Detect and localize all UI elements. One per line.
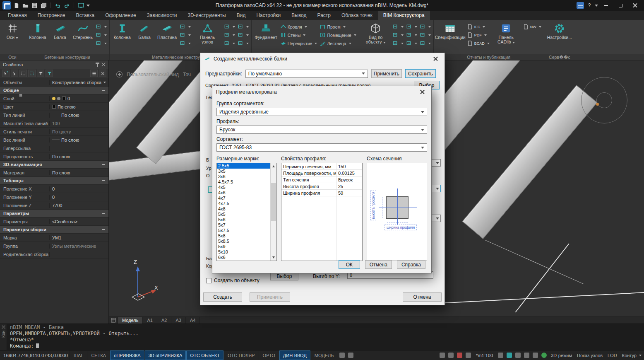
size-mark-item[interactable]: 4x5 [217,185,270,190]
pen-icon[interactable] [348,353,353,358]
property-row-Положение X[interactable]: Положение X0 [0,185,108,193]
property-row-Параметры[interactable]: Параметры<Свойства> [0,217,108,226]
create-button[interactable]: Создать [203,292,242,302]
ribbon-tab-BIM Конструктора[interactable]: BIM Конструктора [378,11,430,20]
ribbon-tab-Растр[interactable]: Растр [312,11,336,20]
property-value[interactable]: По цвету [50,129,108,134]
close-icon[interactable] [417,88,428,96]
sheet-grid-icon[interactable] [109,317,118,324]
keyboard-icon[interactable] [339,353,345,358]
small-tool-button[interactable] [419,31,432,39]
ok-button[interactable]: ОК [339,260,360,269]
bulb-icon[interactable] [52,97,55,100]
ribbon-button-Пластина[interactable]: Пластина [156,22,178,40]
small-tool-button[interactable] [405,40,418,47]
ribbon-tab-Построение[interactable]: Построение [32,11,71,20]
scroll-down-icon[interactable] [271,254,276,261]
lod-label[interactable]: LOD [608,353,617,358]
size-mark-item[interactable]: 4.5x7.5 [217,179,270,185]
small-tool-button[interactable] [237,23,250,30]
help-button[interactable]: Справка [397,260,425,269]
marquee-cross-button[interactable] [28,70,36,77]
size-mark-item[interactable]: 4x7.5 [217,201,270,206]
select-button[interactable] [11,70,18,77]
property-value[interactable]: Конструктивная сборка [50,80,108,85]
collapse-icon[interactable] [102,180,105,181]
list-view-button[interactable] [90,70,98,77]
profile-select[interactable]: Брусок [216,126,427,134]
close-icon[interactable] [101,63,106,67]
contour-label[interactable]: Контур [622,353,637,358]
properties-section-Общие[interactable]: Общие [0,87,108,94]
size-mark-item[interactable]: 5x8.5 [217,239,270,244]
ribbon-tab-3D-инструменты[interactable]: 3D-инструменты [182,11,231,20]
property-row-Гиперссылка[interactable]: Гиперссылка [0,144,108,152]
model-line[interactable] [438,292,644,304]
status-toggle-ШАГ[interactable]: ШАГ [70,350,87,360]
quick-filter-button[interactable] [46,70,53,77]
close-button[interactable] [628,1,642,10]
3d-mode-label[interactable]: 3D-режим [551,353,572,358]
property-value[interactable]: По слою [50,113,108,118]
size-mark-item[interactable]: 5x6 [217,217,270,222]
profile-property-row[interactable]: Периметр сечения, мм150 [281,163,362,170]
linetype-sample[interactable] [52,115,60,115]
property-value[interactable]: Узлы металлические [50,244,108,249]
redo-icon[interactable] [63,2,70,9]
clear-button[interactable] [99,70,106,77]
property-row-Марка[interactable]: МаркаУМ1 [0,234,108,242]
ribbon-button-Панель узлов[interactable]: Панель узлов [192,22,222,44]
property-row-Материал[interactable]: МатериалПо слою [0,169,108,177]
size-mark-item[interactable]: 6x6 [217,255,270,260]
refresh-icon[interactable] [533,353,538,358]
zoom-window-icon[interactable] [515,353,521,358]
view-plus-icon[interactable] [116,71,123,77]
ribbon-button-Стержень[interactable]: Стержень [72,22,94,40]
size-marks-list[interactable]: 2.5x53x53x64.5x7.54x54x64x74x7.54x85x55x… [216,163,277,261]
ribbon-tab-Облака точек[interactable]: Облака точек [336,11,378,20]
apply-button[interactable]: Применить [371,69,402,78]
property-row-Вес линий[interactable]: Вес линийПо слою [0,136,108,144]
status-toggle-ДИН-ВВОД[interactable]: ДИН-ВВОД [279,350,310,360]
size-mark-item[interactable]: 5x7.5 [217,228,270,233]
status-toggle-МОДЕЛЬ[interactable]: МОДЕЛЬ [310,350,338,360]
property-value[interactable]: По слою [50,154,108,159]
maximize-button[interactable] [614,1,627,10]
show-nodes-label[interactable]: Показ узлов [577,353,603,358]
small-tool-button[interactable] [237,40,250,47]
property-value[interactable]: 100 [50,121,108,126]
size-mark-item[interactable]: 2.5x5 [217,163,270,169]
property-row-Слой[interactable]: Слой0 [0,94,108,103]
status-toggle-СЕТКА[interactable]: СЕТКА [87,350,110,360]
record-icon[interactable] [457,353,462,358]
property-value[interactable]: <Свойства> [50,219,108,224]
small-tool-button[interactable] [392,31,404,39]
ribbon-tab-Вывод[interactable]: Вывод [286,11,312,20]
property-value[interactable]: 0 [50,195,108,200]
cancel-button[interactable]: Отмена [365,260,392,269]
filter-button[interactable] [37,70,44,77]
property-row-Положение Z[interactable]: Положение Z7700 [0,201,108,210]
ribbon-button-Колонна[interactable]: Колонна [111,22,133,40]
model-line[interactable] [515,244,570,313]
small-tool-button[interactable] [95,40,108,47]
model-beam[interactable] [462,85,598,239]
size-mark-item[interactable]: 5x7 [217,222,270,228]
property-value[interactable]: 0 [50,186,108,191]
close-icon[interactable] [2,325,5,329]
profile-property-row[interactable]: Высота профиля25 [281,183,362,190]
property-value[interactable]: 0 [50,96,108,101]
property-row-Тип линий[interactable]: Тип линийПо слою [0,111,108,119]
size-mark-item[interactable]: 4x6 [217,190,270,196]
ribbon-button-Помещение[interactable]: Помещение [319,31,357,39]
small-tool-button[interactable] [223,31,236,39]
ribbon-tab-Главная[interactable]: Главная [2,11,32,20]
property-value[interactable]: По слою [50,138,108,143]
sheet-tab-A3[interactable]: A3 [171,317,185,324]
model-line[interactable] [485,240,584,284]
status-toggle-ОТС-ПОЛЯР[interactable]: ОТС-ПОЛЯР [223,350,259,360]
profile-property-row[interactable]: Ширина профиля50 [281,190,362,196]
color-swatch[interactable] [62,97,66,100]
collapse-icon[interactable] [102,213,105,214]
size-mark-item[interactable]: 5x8 [217,233,270,239]
